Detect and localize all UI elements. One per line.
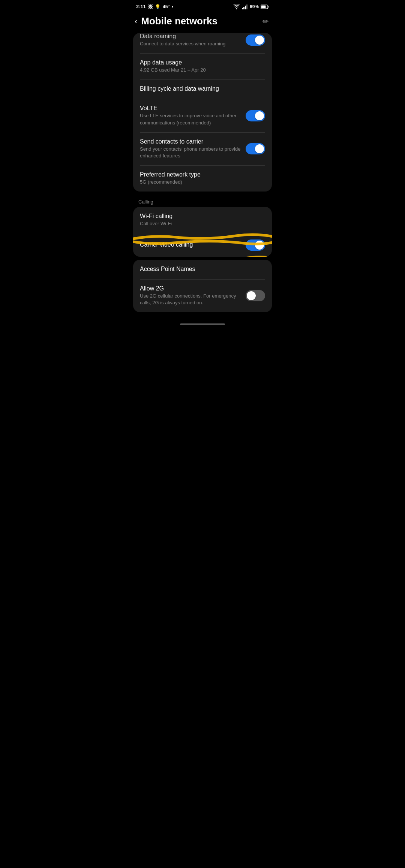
toggle-data-roaming[interactable]	[246, 34, 265, 46]
list-item[interactable]: Carrier video calling	[133, 233, 272, 257]
card-main-settings: Data roaming Connect to data services wh…	[133, 33, 272, 192]
photo-icon: 🖼	[148, 4, 153, 9]
list-item[interactable]: Access Point Names	[133, 260, 272, 279]
svg-rect-3	[246, 4, 248, 9]
bottom-nav-bar	[129, 316, 276, 329]
temp-label: 45°	[163, 4, 170, 9]
setting-subtitle-allow-2g: Use 2G cellular connections. For emergen…	[140, 293, 241, 306]
list-item[interactable]: Allow 2G Use 2G cellular connections. Fo…	[133, 279, 272, 312]
toggle-volte[interactable]	[246, 110, 265, 121]
bulb-icon: 💡	[155, 4, 160, 9]
edit-button[interactable]: ✏	[262, 17, 269, 26]
setting-title-carrier-video: Carrier video calling	[140, 241, 241, 248]
time: 2:11	[136, 4, 146, 9]
status-right: 69%	[233, 4, 269, 9]
signal-icon	[242, 4, 248, 9]
setting-title-send-contacts: Send contacts to carrier	[140, 138, 241, 145]
list-item[interactable]: Send contacts to carrier Send your conta…	[133, 132, 272, 165]
status-bar: 2:11 🖼 💡 45° • 69%	[129, 0, 276, 12]
setting-title-data-roaming: Data roaming	[140, 33, 241, 40]
list-item[interactable]: Preferred network type 5G (recommended)	[133, 165, 272, 192]
section-label-calling: Calling	[129, 195, 276, 207]
page-header: ‹ Mobile networks ✏	[129, 12, 276, 33]
list-item[interactable]: Billing cycle and data warning	[133, 79, 272, 99]
dot-indicator: •	[172, 4, 173, 9]
svg-rect-1	[243, 7, 244, 9]
home-indicator	[180, 323, 225, 325]
card-access-settings: Access Point Names Allow 2G Use 2G cellu…	[133, 260, 272, 312]
status-left: 2:11 🖼 💡 45° •	[136, 4, 173, 9]
battery-icon	[261, 4, 269, 9]
setting-subtitle-wifi-calling: Call over Wi-Fi	[140, 220, 261, 227]
page-title: Mobile networks	[141, 15, 218, 27]
svg-rect-5	[268, 6, 269, 7]
setting-subtitle-app-data-usage: 4.92 GB used Mar 21 – Apr 20	[140, 67, 261, 73]
toggle-allow-2g[interactable]	[246, 290, 265, 301]
toggle-carrier-video[interactable]	[246, 239, 265, 251]
setting-subtitle-data-roaming: Connect to data services when roaming	[140, 40, 241, 47]
setting-title-access-point: Access Point Names	[140, 266, 261, 272]
setting-title-volte: VoLTE	[140, 105, 241, 112]
battery-percent: 69%	[250, 4, 259, 9]
list-item[interactable]: VoLTE Use LTE services to improve voice …	[133, 99, 272, 132]
list-item[interactable]: Data roaming Connect to data services wh…	[133, 33, 272, 53]
list-item[interactable]: Wi-Fi calling Call over Wi-Fi	[133, 207, 272, 233]
toggle-send-contacts[interactable]	[246, 143, 265, 154]
setting-subtitle-preferred-network: 5G (recommended)	[140, 179, 261, 186]
svg-rect-6	[261, 5, 266, 8]
setting-title-preferred-network: Preferred network type	[140, 171, 261, 178]
svg-rect-0	[242, 8, 243, 9]
card-calling-settings: Wi-Fi calling Call over Wi-Fi Carrier vi…	[133, 207, 272, 256]
setting-title-wifi-calling: Wi-Fi calling	[140, 213, 261, 220]
setting-subtitle-send-contacts: Send your contacts' phone numbers to pro…	[140, 146, 241, 159]
setting-title-billing-cycle: Billing cycle and data warning	[140, 85, 261, 92]
svg-rect-2	[245, 6, 246, 9]
wifi-icon	[233, 4, 240, 9]
setting-title-app-data-usage: App data usage	[140, 59, 261, 66]
setting-title-allow-2g: Allow 2G	[140, 285, 241, 292]
list-item[interactable]: App data usage 4.92 GB used Mar 21 – Apr…	[133, 53, 272, 79]
setting-subtitle-volte: Use LTE services to improve voice and ot…	[140, 112, 241, 126]
back-button[interactable]: ‹	[135, 16, 137, 26]
